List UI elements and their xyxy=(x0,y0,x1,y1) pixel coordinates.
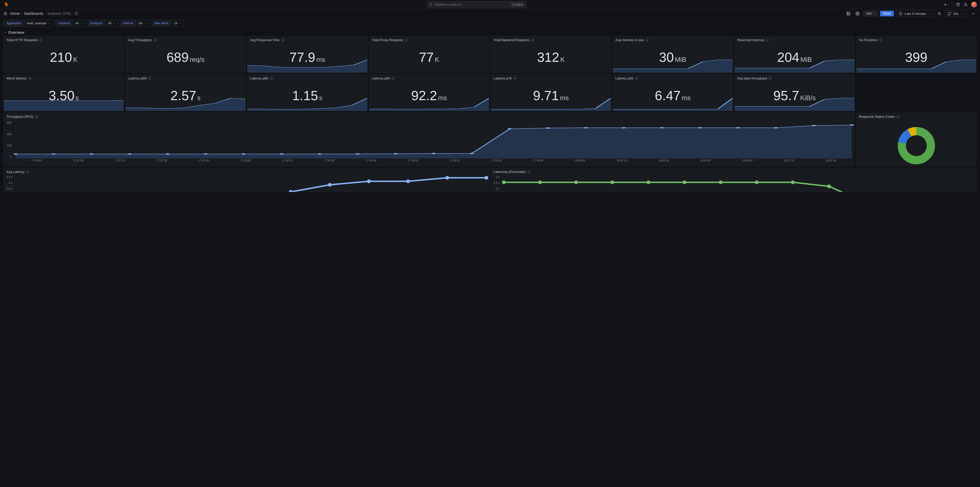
panel-mem_use[interactable]: Avg memory in use30MiB xyxy=(613,36,733,73)
panel-title: Total Proxy Requests xyxy=(372,38,403,42)
refresh-picker[interactable]: 30s xyxy=(945,10,966,17)
info-icon xyxy=(768,77,772,80)
save-dashboard-icon[interactable] xyxy=(845,10,852,17)
info-icon xyxy=(879,38,882,42)
panel-title: Response Status Codes xyxy=(859,115,895,119)
svg-point-4 xyxy=(857,13,858,14)
stat-value: 210 xyxy=(50,49,72,65)
var-interval-select[interactable]: 5m xyxy=(136,20,150,27)
svg-point-36 xyxy=(508,128,512,130)
crumb-dashboards[interactable]: Dashboards xyxy=(24,11,43,16)
info-icon xyxy=(153,38,157,42)
panel-avg-latency[interactable]: Avg Latency 3.5 s3 s2.5 s xyxy=(3,168,489,192)
svg-point-35 xyxy=(469,153,474,154)
panel-title: Latency p50 xyxy=(616,76,634,80)
svg-point-31 xyxy=(317,153,321,155)
panel-total_http[interactable]: Total HTTP Requests210K xyxy=(3,36,124,73)
svg-point-41 xyxy=(698,127,702,128)
svg-point-34 xyxy=(432,153,436,154)
var-maxitems-select[interactable]: 15 xyxy=(171,20,184,27)
svg-point-58 xyxy=(289,190,293,192)
panel-p99[interactable]: Latency p992.57s xyxy=(126,75,246,111)
panel-p75[interactable]: Latency p759.71ms xyxy=(491,75,611,111)
panel-worst[interactable]: Worst latency3.50s xyxy=(3,75,124,111)
panel-avg_thr[interactable]: Avg Throughput689req/s xyxy=(126,36,246,73)
search-shortcut: ctrl+k xyxy=(511,3,524,6)
info-icon xyxy=(391,77,395,80)
panel-title: Go Routines xyxy=(859,38,878,42)
svg-point-25 xyxy=(89,153,94,155)
info-icon xyxy=(513,77,517,80)
panel-status-codes[interactable]: Response Status Codes 200 500 404 xyxy=(856,113,977,167)
panel-p90[interactable]: Latency p9092.2ms xyxy=(369,75,490,111)
svg-point-27 xyxy=(165,153,170,155)
panel-throughput-rps[interactable]: Throughput (RPS) 6004002000 17:56:4517:5… xyxy=(3,113,855,167)
panel-title: Latency p95 xyxy=(250,76,268,80)
panel-title: Avg Latency xyxy=(6,170,25,174)
stat-value: 312 xyxy=(537,49,559,65)
global-search-input[interactable]: Search or jump to... ctrl+k xyxy=(427,1,527,8)
svg-point-33 xyxy=(394,153,398,154)
nav-menu-icon[interactable] xyxy=(3,11,8,16)
info-icon xyxy=(635,77,638,80)
var-instance-select[interactable]: All xyxy=(73,20,85,27)
news-icon[interactable] xyxy=(964,3,968,6)
svg-point-59 xyxy=(328,183,332,187)
svg-point-29 xyxy=(242,153,246,155)
panel-goroutines[interactable]: Go Routines399 xyxy=(856,36,977,73)
share-button[interactable]: Share xyxy=(880,11,894,16)
settings-gear-icon[interactable] xyxy=(854,10,861,17)
help-icon[interactable] xyxy=(956,3,960,6)
stat-unit: req/s xyxy=(190,56,205,63)
var-endpoint-select[interactable]: All xyxy=(105,20,118,27)
crumb-home[interactable]: Home xyxy=(10,11,20,16)
info-icon xyxy=(26,170,29,173)
svg-point-0 xyxy=(430,3,432,5)
svg-point-39 xyxy=(622,127,626,128)
svg-point-66 xyxy=(538,180,542,184)
svg-rect-1 xyxy=(512,3,515,6)
var-application-select[interactable]: kotel_example xyxy=(24,20,53,27)
user-avatar[interactable] xyxy=(971,2,977,7)
svg-point-63 xyxy=(485,176,488,179)
time-range-picker[interactable]: Last 5 minutes xyxy=(896,10,934,17)
info-icon xyxy=(28,77,32,80)
breadcrumb: Home › Dashboards › KrakenD OTEL xyxy=(10,11,72,16)
svg-point-42 xyxy=(736,127,740,128)
svg-point-43 xyxy=(774,127,778,128)
collapse-icon[interactable] xyxy=(970,10,977,17)
svg-point-71 xyxy=(719,180,722,184)
var-endpoint-label: Endpoint xyxy=(88,20,105,27)
panel-mem_res[interactable]: Reserved memory204MiB xyxy=(734,36,855,73)
add-button[interactable]: Add xyxy=(863,11,878,16)
panel-title: Avg Response Time xyxy=(250,38,280,42)
panel-proxy[interactable]: Total Proxy Requests77K xyxy=(369,36,490,73)
row-overview-toggle[interactable]: Overview xyxy=(0,29,980,36)
stat-value: 689 xyxy=(166,49,189,65)
grafana-logo-icon[interactable] xyxy=(3,2,9,7)
svg-point-62 xyxy=(445,176,449,179)
panel-p50[interactable]: Latency p506.47ms xyxy=(613,75,733,111)
svg-point-68 xyxy=(610,180,614,184)
add-icon[interactable] xyxy=(945,3,948,6)
stat-unit: K xyxy=(560,56,565,63)
zoom-out-icon[interactable] xyxy=(936,10,943,17)
panel-latencies-percentile[interactable]: Latencies (Percentile) 3 s2.5 s2 s xyxy=(491,168,977,192)
svg-point-44 xyxy=(812,125,816,126)
svg-point-65 xyxy=(502,180,506,184)
var-maxitems-label: Max items xyxy=(152,20,172,27)
stat-unit: K xyxy=(73,56,78,63)
info-icon xyxy=(39,38,43,42)
panel-title: Latencies (Percentile) xyxy=(493,170,526,174)
panel-avg_resp[interactable]: Avg Response Time77.9ms xyxy=(247,36,368,73)
panel-data_thr[interactable]: Avg data throughput95.7KiB/s xyxy=(734,75,855,111)
panel-title: Throughput (RPS) xyxy=(6,115,33,119)
favorite-star-icon[interactable] xyxy=(75,11,78,16)
svg-point-67 xyxy=(574,180,578,184)
info-icon xyxy=(531,38,534,42)
panel-p95[interactable]: Latency p951.15s xyxy=(247,75,368,111)
search-placeholder: Search or jump to... xyxy=(435,3,509,6)
svg-point-60 xyxy=(367,179,371,183)
info-icon xyxy=(148,77,151,80)
panel-backend[interactable]: Total Backend Requests312K xyxy=(491,36,611,73)
